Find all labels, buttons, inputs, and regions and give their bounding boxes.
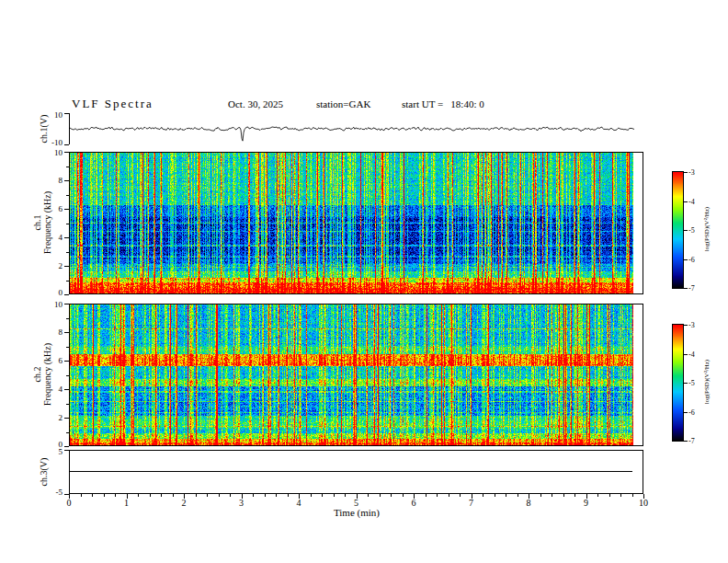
y-minor-tick-mark [66,375,69,376]
x-minor-tick-mark [173,494,174,497]
y-tick-mark [64,446,69,447]
y-minor-tick-mark [66,281,69,282]
y-tick-mark [64,304,69,304]
x-minor-tick-mark [334,494,335,497]
y-tick-label: -10 [40,138,63,147]
colorbar-tick-mark [684,412,688,413]
x-tick-label: 1 [118,498,136,508]
y-tick-mark [64,494,69,495]
y-minor-tick-mark [66,195,69,196]
date-label: Oct. 30, 2025 [228,98,283,109]
x-minor-tick-mark [161,494,162,497]
y-tick-label: 4 [42,233,63,242]
x-minor-tick-mark [276,494,277,497]
colorbar-tick-mark [684,441,688,442]
x-tick-label: 5 [347,498,366,508]
x-minor-tick-mark [196,494,197,497]
y-tick-label: 4 [42,385,63,394]
ch2-label-line: ch.2 [32,343,42,406]
y-tick-mark [64,209,69,210]
y-minor-tick-mark [66,432,69,433]
colorbar-tick-label: -5 [688,379,703,387]
x-minor-tick-mark [115,494,116,497]
x-minor-tick-mark [219,494,220,497]
x-minor-tick-mark [311,494,312,497]
y-minor-tick-mark [66,167,69,167]
x-tick-label: 3 [233,498,251,508]
ch2-spectrogram-panel [69,304,643,446]
x-minor-tick-mark [322,494,323,497]
x-minor-tick-mark [230,494,231,497]
x-minor-tick-mark [620,494,621,497]
colorbar-tick-label: -5 [688,226,703,235]
x-minor-tick-mark [449,494,449,497]
ch1-label-line: ch.1 [32,191,42,254]
y-tick-label: 8 [42,176,63,185]
ch1-spectrogram-panel [69,152,643,294]
x-minor-tick-mark [150,494,151,497]
y-tick-label: 2 [42,261,63,270]
x-minor-tick-mark [403,494,404,497]
x-minor-tick-mark [609,494,610,497]
y-tick-mark [64,144,69,145]
y-tick-mark [64,237,69,238]
colorbar-tick-mark [684,288,688,289]
x-minor-tick-mark [632,494,633,497]
frequency-axis-label-line: Frequency (kHz) [42,343,52,406]
x-minor-tick-mark [518,494,518,497]
colorbar-tick-label: -3 [688,321,703,329]
x-minor-tick-mark [380,494,381,497]
y-tick-mark [64,294,69,295]
colorbar-tick-mark [684,354,688,355]
y-minor-tick-mark [66,252,69,253]
y-minor-tick-mark [66,318,69,319]
colorbar-ch2 [672,324,684,442]
x-minor-tick-mark [552,494,552,497]
colorbar-tick-label: -4 [688,350,703,359]
ch3-voltage-axis-label: ch.3(V) [39,458,49,487]
x-tick-label: 8 [519,498,538,508]
x-minor-tick-mark [345,494,346,497]
y-tick-mark [64,332,69,333]
y-minor-tick-mark [66,224,69,224]
ch3-flat-trace [70,471,632,472]
x-minor-tick-mark [288,494,289,497]
station-label: station=GAK [316,98,370,109]
frequency-axis-label-line: Frequency (kHz) [42,191,52,254]
x-tick-label: 9 [577,498,596,508]
x-tick-label: 6 [404,498,423,508]
colorbar-tick-label: -6 [688,256,703,264]
y-tick-label: 6 [42,356,63,365]
y-tick-label: 10 [42,300,63,309]
y-minor-tick-mark [66,404,69,405]
x-tick-label: 4 [290,498,308,508]
x-minor-tick-mark [426,494,427,497]
x-minor-tick-mark [104,494,105,497]
y-tick-label: 0 [42,288,63,297]
y-tick-mark [64,180,69,181]
colorbar-tick-label: -3 [688,168,703,177]
colorbar-tick-mark [684,383,688,384]
x-minor-tick-mark [138,494,139,497]
x-minor-tick-mark [506,494,506,497]
ch1-spectrogram-image [70,153,633,293]
x-tick-label: 2 [175,498,193,508]
y-tick-mark [64,113,69,114]
y-tick-mark [64,418,69,419]
colorbar-tick-mark [684,201,688,202]
y-tick-label: 5 [42,447,63,456]
colorbar-tick-mark [684,325,688,326]
y-tick-mark [64,450,69,451]
x-axis-label: Time (min) [311,507,403,518]
x-minor-tick-mark [563,494,564,497]
x-minor-tick-mark [495,494,495,497]
colorbar-ch1-label: log(PSD)(V²/Hz) [703,207,711,251]
y-tick-label: 6 [42,204,63,213]
x-minor-tick-mark [540,494,541,497]
y-tick-label: -5 [42,488,63,497]
y-tick-mark [64,389,69,390]
x-tick-label: 7 [462,498,481,508]
figure-title: VLF Spectra [72,97,154,111]
x-minor-tick-mark [391,494,392,497]
ch2-spectrogram-image [70,304,633,445]
